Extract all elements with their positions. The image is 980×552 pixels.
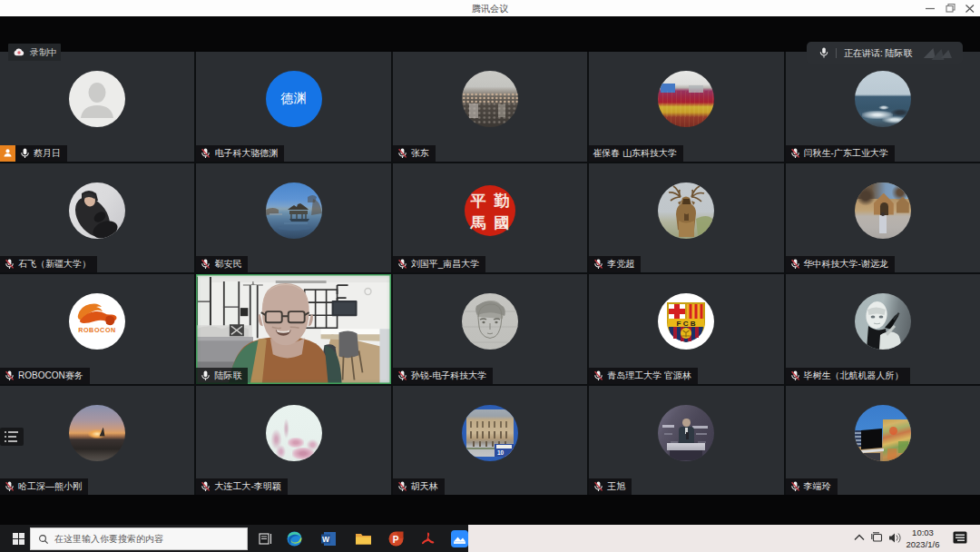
svg-text:馬: 馬 bbox=[469, 214, 485, 232]
svg-text:平: 平 bbox=[470, 192, 485, 210]
svg-text:F C B: F C B bbox=[677, 320, 696, 328]
svg-text:ROBOCON: ROBOCON bbox=[78, 326, 116, 334]
svg-text:P: P bbox=[393, 535, 399, 545]
svg-text:勤: 勤 bbox=[493, 192, 509, 210]
svg-text:國: 國 bbox=[494, 214, 509, 232]
svg-text:W: W bbox=[322, 535, 330, 544]
